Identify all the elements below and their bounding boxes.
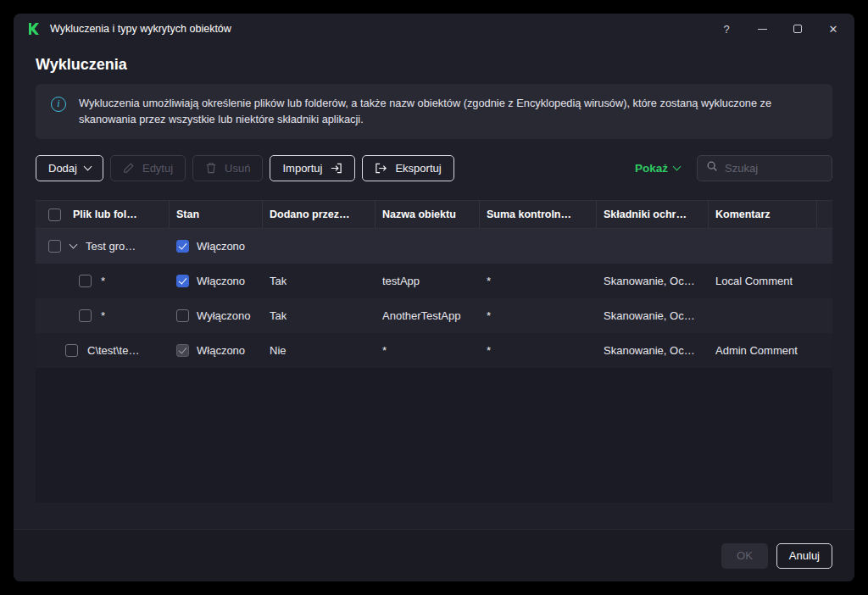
info-banner: i Wykluczenia umożliwiają określenie pli…	[36, 84, 832, 139]
search-box[interactable]	[697, 155, 832, 181]
select-all-cell	[36, 201, 66, 228]
show-filter-button[interactable]: Pokaż	[635, 162, 680, 175]
state-cell: Wyłączono	[170, 309, 263, 322]
table-row[interactable]: C\test\te… Włączono Nie * * Skanowanie, …	[36, 333, 832, 368]
help-button[interactable]: ?	[721, 23, 732, 35]
components-value: Skanowanie, Oc…	[604, 275, 695, 287]
minimize-button[interactable]	[756, 23, 768, 35]
column-header-file[interactable]: Plik lub fol…	[66, 201, 170, 228]
search-icon	[706, 160, 718, 175]
state-cell: Włączono	[170, 240, 263, 253]
row-select-checkbox[interactable]	[48, 240, 61, 253]
info-icon: i	[51, 97, 66, 112]
chevron-down-icon	[84, 162, 92, 170]
import-icon	[330, 162, 342, 175]
delete-button[interactable]: Usuń	[192, 155, 263, 181]
info-banner-text: Wykluczenia umożliwiają określenie plikó…	[79, 96, 817, 127]
checksum-value: *	[487, 344, 491, 357]
toolbar: Dodaj Edytuj Usuń Importuj Eksportuj	[36, 154, 832, 181]
add-button[interactable]: Dodaj	[36, 155, 103, 181]
row-select-checkbox[interactable]	[79, 275, 92, 287]
search-input[interactable]	[725, 162, 823, 175]
ok-button[interactable]: OK	[721, 543, 768, 569]
exclusion-path: *	[101, 309, 105, 322]
exclusions-table: Plik lub fol… Stan Dodano przez… Nazwa o…	[36, 200, 832, 503]
state-checkbox[interactable]	[176, 344, 189, 357]
edit-button-label: Edytuj	[142, 162, 173, 175]
comment-value: Local Comment	[715, 275, 793, 287]
column-header-comment[interactable]: Komentarz	[709, 201, 817, 228]
state-cell: Włączono	[170, 344, 263, 357]
table-empty-area	[36, 368, 832, 503]
state-label: Włączono	[197, 240, 245, 253]
group-name-cell: Test gro…	[36, 240, 170, 253]
added-by-value: Tak	[270, 275, 287, 287]
select-all-checkbox[interactable]	[48, 209, 61, 221]
exclusion-path: C\test\te…	[87, 344, 139, 357]
window-controls: ? ✕	[721, 23, 839, 35]
close-button[interactable]: ✕	[827, 23, 839, 35]
dialog-footer: OK Anuluj	[14, 529, 854, 581]
state-checkbox[interactable]	[176, 240, 189, 253]
table-row[interactable]: * Wyłączono Tak AnotherTestApp * Skanowa…	[36, 298, 832, 333]
file-name-cell: *	[36, 309, 170, 322]
row-select-checkbox[interactable]	[65, 344, 78, 357]
table-row[interactable]: Test gro… Włączono	[36, 229, 832, 264]
import-button[interactable]: Importuj	[270, 155, 355, 181]
trash-icon	[205, 162, 217, 174]
column-header-checksum[interactable]: Suma kontroln…	[480, 201, 597, 228]
comment-value: Admin Comment	[715, 344, 798, 357]
column-header-object-name[interactable]: Nazwa obiektu	[376, 201, 480, 228]
components-value: Skanowanie, Oc…	[604, 309, 695, 322]
kaspersky-logo-icon	[27, 22, 42, 36]
added-by-value: Nie	[270, 344, 287, 357]
maximize-button[interactable]	[792, 23, 804, 35]
state-cell: Włączono	[170, 275, 263, 287]
state-checkbox[interactable]	[176, 275, 189, 287]
table-row[interactable]: * Włączono Tak testApp * Skanowanie, Oc……	[36, 264, 832, 298]
app-window: Wykluczenia i typy wykrytych obiektów ? …	[14, 14, 854, 581]
column-header-added-by[interactable]: Dodano przez…	[263, 201, 376, 228]
cancel-button[interactable]: Anuluj	[776, 543, 832, 569]
delete-button-label: Usuń	[225, 162, 250, 175]
toolbar-right: Pokaż	[635, 155, 832, 181]
chevron-down-icon	[673, 162, 682, 170]
state-label: Włączono	[197, 344, 245, 357]
checksum-value: *	[487, 309, 491, 322]
checksum-value: *	[487, 275, 491, 287]
maximize-icon	[793, 25, 802, 33]
window-title: Wykluczenia i typy wykrytych obiektów	[50, 23, 231, 35]
components-value: Skanowanie, Oc…	[604, 344, 695, 357]
title-bar: Wykluczenia i typy wykrytych obiektów ? …	[14, 14, 854, 41]
export-icon	[375, 162, 387, 175]
row-select-checkbox[interactable]	[79, 309, 92, 322]
edit-button[interactable]: Edytuj	[110, 155, 186, 181]
object-name-value: *	[382, 344, 387, 357]
file-name-cell: *	[36, 275, 170, 287]
state-checkbox[interactable]	[176, 309, 189, 322]
state-label: Włączono	[197, 275, 245, 287]
exclusion-group-name: Test gro…	[86, 240, 136, 253]
chevron-down-icon[interactable]	[70, 241, 78, 249]
table-header: Plik lub fol… Stan Dodano przez… Nazwa o…	[36, 200, 832, 229]
added-by-value: Tak	[270, 309, 287, 322]
export-button[interactable]: Eksportuj	[362, 155, 453, 181]
import-button-label: Importuj	[282, 162, 322, 175]
state-label: Wyłączono	[197, 309, 250, 322]
exclusion-path: *	[101, 275, 105, 287]
show-filter-label: Pokaż	[635, 162, 668, 175]
minimize-icon	[758, 29, 767, 30]
add-button-label: Dodaj	[48, 162, 77, 175]
file-name-cell: C\test\te…	[36, 344, 170, 357]
column-header-components[interactable]: Składniki ochr…	[597, 201, 709, 228]
column-header-state[interactable]: Stan	[170, 201, 263, 228]
pencil-icon	[123, 162, 135, 174]
page-title: Wykluczenia	[36, 54, 832, 75]
object-name-value: AnotherTestApp	[382, 309, 461, 322]
export-button-label: Eksportuj	[395, 162, 441, 175]
object-name-value: testApp	[382, 275, 420, 287]
column-header-spacer	[817, 201, 832, 228]
